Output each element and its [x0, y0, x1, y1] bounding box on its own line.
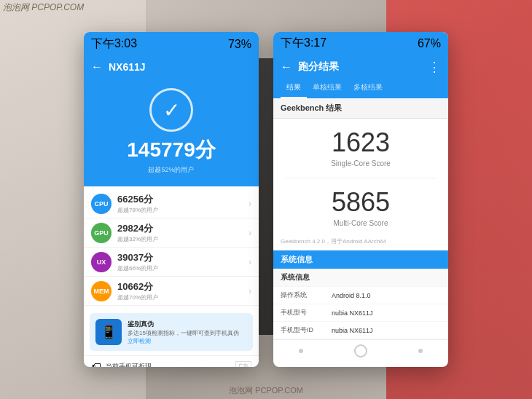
model-key: 手机型号: [281, 308, 332, 317]
right-status-bar: 下午3:17 67%: [273, 32, 448, 55]
gpu-desc: 超越32%的用户: [117, 235, 249, 243]
gpu-info: 29824分 超越32%的用户: [117, 222, 249, 243]
gb-bottom-home-circle[interactable]: [354, 344, 367, 357]
mem-badge: MEM: [91, 281, 112, 301]
score-circle: ✓: [149, 88, 193, 132]
ux-desc: 超越66%的用户: [117, 264, 249, 272]
ux-info: 39037分 超越66%的用户: [117, 251, 249, 272]
ad-link[interactable]: 立即检测: [128, 337, 239, 345]
metric-mem: MEM 10662分 超越70%的用户 ›: [84, 277, 259, 306]
cpu-desc: 超越78%的用户: [117, 206, 249, 214]
multi-core-area: 5865 Multi-Core Score: [273, 183, 448, 234]
mem-score: 10662分: [117, 280, 249, 293]
left-time: 下午3:03: [91, 36, 137, 52]
system-info-header: 系统信息: [273, 250, 448, 269]
info-row-model: 手机型号 nubia NX611J: [273, 304, 448, 322]
left-signal: 73%: [228, 38, 251, 51]
mem-desc: 超越70%的用户: [117, 293, 249, 301]
score-divider: [285, 178, 437, 178]
info-table: 系统信息 操作系统 Android 8.1.0 手机型号 nubia NX611…: [273, 269, 448, 339]
cpu-chevron[interactable]: ›: [249, 199, 251, 209]
gb-more-icon[interactable]: ⋮: [428, 59, 441, 75]
cash-row: 🏷 当前手机可折现 广告: [84, 355, 259, 367]
ad-icon: 📱: [95, 319, 122, 345]
gb-nav: ← 跑分结果 ⋮: [273, 55, 448, 78]
left-status-bar: 下午3:03 73%: [84, 32, 259, 56]
tab-single-core[interactable]: 单核结果: [307, 78, 348, 98]
ad-content: 鉴别真伪 多达15项检测指标，一键即可查到手机真伪 立即检测: [128, 320, 239, 345]
screens-container: 下午3:03 73% ← NX611J ✓ 145779分 超越52%的用户 C…: [84, 32, 448, 367]
ad-label: 广告: [235, 361, 251, 367]
info-row-model-id: 手机型号ID nubia NX611J: [273, 322, 448, 339]
cash-icon: 🏷: [91, 360, 101, 367]
gb-title: 跑分结果: [298, 60, 339, 74]
info-section-label: 系统信息: [281, 272, 310, 283]
ad-desc: 多达15项检测指标，一键即可查到手机真伪: [128, 329, 239, 337]
model-id-val: nubia NX611J: [332, 327, 373, 334]
score-area: ✓ 145779分 超越52%的用户: [84, 81, 259, 186]
right-signal: 67%: [418, 37, 441, 50]
ux-score: 39037分: [117, 251, 249, 264]
gpu-badge: GPU: [91, 223, 112, 243]
right-time: 下午3:17: [281, 36, 326, 51]
multi-core-score: 5865: [332, 187, 390, 218]
cpu-badge: CPU: [91, 194, 112, 214]
multi-core-label: Multi-Core Score: [333, 219, 388, 227]
info-row-header: 系统信息: [273, 269, 448, 287]
os-key: 操作系统: [281, 291, 332, 300]
back-icon[interactable]: ←: [91, 60, 103, 74]
metric-cpu: CPU 66256分 超越78%的用户 ›: [84, 189, 259, 218]
left-phone: 下午3:03 73% ← NX611J ✓ 145779分 超越52%的用户 C…: [84, 32, 259, 367]
gpu-chevron[interactable]: ›: [249, 228, 251, 238]
gpu-score: 29824分: [117, 222, 249, 235]
ux-chevron[interactable]: ›: [249, 257, 251, 267]
tab-results[interactable]: 结果: [281, 78, 307, 98]
metric-ux: UX 39037分 超越66%的用户 ›: [84, 248, 259, 277]
device-title: NX611J: [109, 61, 146, 73]
ad-box: 📱 鉴别真伪 多达15项检测指标，一键即可查到手机真伪 立即检测: [90, 313, 253, 351]
gb-bottom-recent-dot[interactable]: [418, 349, 423, 353]
antutu-nav: ← NX611J: [84, 56, 259, 81]
watermark-bottom: 泡泡网 PCPOP.COM: [229, 385, 303, 396]
info-row-os: 操作系统 Android 8.1.0: [273, 287, 448, 304]
os-val: Android 8.1.0: [332, 292, 371, 299]
metric-gpu: GPU 29824分 超越32%的用户 ›: [84, 218, 259, 248]
cash-text: 当前手机可折现: [106, 362, 152, 368]
metrics-list: CPU 66256分 超越78%的用户 › GPU 29824分 超越32%的用…: [84, 186, 259, 309]
model-val: nubia NX611J: [332, 309, 373, 317]
gb-bottom-back-dot[interactable]: [299, 349, 303, 353]
check-icon: ✓: [163, 98, 180, 122]
ad-title: 鉴别真伪: [128, 320, 239, 329]
total-score: 145779分: [127, 136, 215, 164]
right-bottom-bar: [273, 339, 448, 362]
model-id-key: 手机型号ID: [281, 325, 332, 335]
gb-tabs: 结果 单核结果 多核结果: [273, 78, 448, 98]
mem-info: 10662分 超越70%的用户: [117, 280, 249, 301]
cpu-info: 66256分 超越78%的用户: [117, 193, 249, 214]
watermark-top: 泡泡网 PCPOP.COM: [3, 1, 84, 14]
tab-multi-core[interactable]: 多核结果: [348, 78, 388, 98]
single-core-area: 1623 Single-Core Score: [273, 119, 448, 173]
cpu-score: 66256分: [117, 193, 249, 206]
geekbench-section-title: Geekbench 结果: [273, 98, 448, 119]
gb-footnote: Geekbench 4.2.0，用于Android AArch64: [273, 234, 448, 250]
gb-nav-left: ← 跑分结果: [281, 60, 339, 74]
single-core-label: Single-Core Score: [331, 159, 391, 167]
ux-badge: UX: [91, 252, 112, 272]
mem-chevron[interactable]: ›: [249, 286, 251, 296]
score-desc: 超越52%的用户: [148, 165, 194, 175]
right-phone: 下午3:17 67% ← 跑分结果 ⋮ 结果 单核结果 多核结果 Geekben…: [273, 32, 448, 367]
single-core-score: 1623: [332, 127, 390, 158]
gb-back-icon[interactable]: ←: [281, 60, 292, 74]
